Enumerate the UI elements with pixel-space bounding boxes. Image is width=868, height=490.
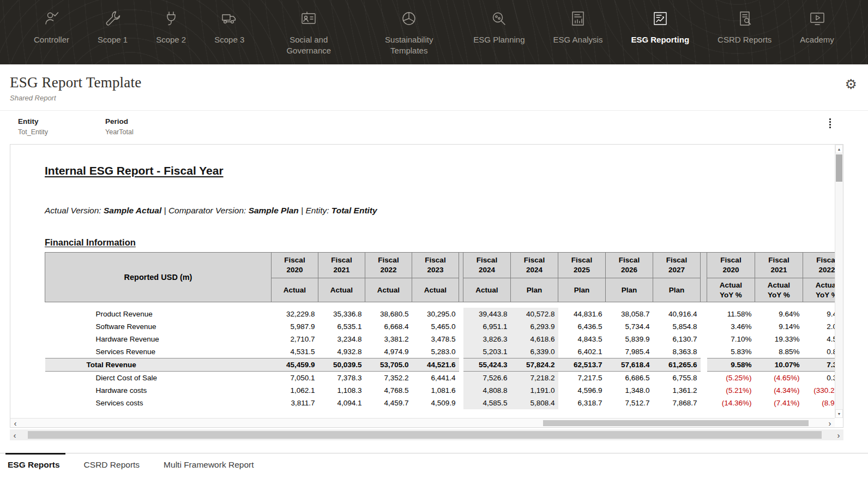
value-cell: 5,987.9 [272,320,318,333]
vertical-scroll-thumb[interactable] [836,154,842,182]
horizontal-scroll-track[interactable] [20,419,825,427]
value-cell: 1,108.3 [318,384,365,397]
report-content: Internal ESG Report - Fiscal Year Actual… [10,145,835,418]
nav-item-sustainability-templates[interactable]: Sustainability Templates [373,5,445,57]
page-header: ESG Report Template Shared Report ⚙ [0,64,868,111]
table-row: Product Revenue32,229.835,336.838,680.53… [45,308,835,320]
outer-scroll-track[interactable] [20,429,834,440]
value-cell: 2.04% [803,320,835,333]
nav-item-esg-analysis[interactable]: ESG Analysis [553,5,603,45]
nav-item-label: Scope 1 [98,34,128,45]
value-cell: 6,293.9 [511,320,558,333]
value-cell: 3.46% [707,320,755,333]
value-cell: 32,229.8 [272,308,318,320]
row-label: Software Revenue [45,320,272,333]
outer-scroll-left-arrow[interactable]: ‹ [10,429,20,440]
value-cell: 6,755.8 [653,371,701,384]
value-cell: 62,513.7 [558,358,606,371]
value-cell: 4,585.5 [463,397,511,409]
pov-member-entity[interactable]: Entity Tot_Entity [18,117,105,138]
value-cell: 7,868.7 [653,397,701,409]
nav-item-social-and-governance[interactable]: Social and Governance [273,5,345,57]
value-cell: 35,336.8 [318,308,365,320]
column-scenario-header: ActualYoY % [755,278,803,302]
scroll-up-arrow[interactable]: ▲ [835,145,843,153]
value-cell: 4,531.5 [272,345,318,358]
nav-item-scope-1[interactable]: Scope 1 [98,5,128,45]
nav-item-controller[interactable]: Controller [34,5,69,45]
scroll-right-arrow[interactable]: › [825,419,835,428]
nav-item-scope-3[interactable]: Scope 3 [214,5,244,45]
value-cell: 5,734.4 [606,320,653,333]
value-cell: 4,808.8 [463,384,511,397]
value-cell: 44,831.6 [558,308,606,320]
value-cell: 8.85% [755,345,803,358]
tab-multi-framework-report[interactable]: Multi Framework Report [164,460,254,470]
vertical-scrollbar[interactable]: ▲ ▼ [835,145,843,418]
outer-horizontal-scrollbar[interactable]: ‹ › [10,429,843,440]
magnifier-bubbles-icon [486,5,512,32]
nav-item-label: CSRD Reports [718,34,771,45]
column-scenario-header: Actual [365,278,412,302]
settings-gear-icon[interactable]: ⚙ [845,77,857,91]
column-scenario-header: Plan [653,278,701,302]
tab-esg-reports[interactable]: ESG Reports [8,460,60,470]
table-row: Total Revenue45,459.950,039.553,705.044,… [45,358,835,371]
pov-period-value: YearTotal [105,128,192,136]
report-horizontal-scrollbar[interactable]: ‹ › [10,418,835,427]
horizontal-scroll-thumb[interactable] [543,420,809,426]
pov-period-label: Period [105,117,192,126]
value-cell: 7.10% [707,333,755,345]
value-cell: 5,839.9 [606,333,653,345]
value-cell: 5,854.8 [653,320,701,333]
row-label: Product Revenue [45,308,272,320]
value-cell: 6,402.1 [558,345,606,358]
top-navigation: ControllerScope 1Scope 2Scope 3Social an… [0,0,868,64]
scroll-down-arrow[interactable]: ▼ [835,409,843,418]
value-cell: (5.25%) [707,371,755,384]
nav-item-label: Academy [800,34,834,45]
value-cell: 55,424.3 [463,358,511,371]
value-cell: 1,348.0 [606,384,653,397]
nav-item-esg-planning[interactable]: ESG Planning [473,5,525,45]
pov-member-period[interactable]: Period YearTotal [105,117,192,138]
value-cell: 5,465.0 [412,320,459,333]
nav-item-scope-2[interactable]: Scope 2 [156,5,186,45]
value-cell: 40,572.8 [511,308,558,320]
table-row: Services costs3,811.74,094.14,459.74,509… [45,397,835,409]
column-scenario-header: Plan [606,278,653,302]
page-subtitle: Shared Report [10,94,141,102]
value-cell: 57,618.4 [606,358,653,371]
value-cell: 30,295.0 [412,308,459,320]
nav-item-label: Controller [34,34,69,45]
tab-csrd-reports[interactable]: CSRD Reports [84,460,140,470]
column-scenario-header: Actual [272,278,318,302]
nav-item-csrd-reports[interactable]: CSRD Reports [718,5,771,45]
scroll-left-arrow[interactable]: ‹ [10,419,20,428]
value-cell: 1,062.1 [272,384,318,397]
row-label: Services Revenue [45,345,272,358]
value-cell: 4,509.9 [412,397,459,409]
value-cell: 3,234.8 [318,333,365,345]
value-cell: 6,318.7 [558,397,606,409]
report-viewport[interactable]: Internal ESG Report - Fiscal Year Actual… [10,144,843,428]
outer-scroll-thumb[interactable] [28,431,822,439]
nav-item-label: Scope 3 [214,34,244,45]
nav-item-esg-reporting[interactable]: ESG Reporting [631,5,689,45]
value-cell: 5,808.4 [511,397,558,409]
vertical-scroll-track[interactable] [835,153,843,409]
page-title: ESG Report Template [10,74,141,91]
value-cell: (8.93%) [803,397,835,409]
outer-scroll-right-arrow[interactable]: › [834,429,843,440]
column-year-header: Fiscal2021 [318,253,365,278]
document-search-icon [732,5,758,32]
nav-item-academy[interactable]: Academy [800,5,834,45]
value-cell: 3,811.7 [272,397,318,409]
pov-bar: Entity Tot_Entity Period YearTotal [0,111,868,144]
column-scenario-header: Plan [558,278,606,302]
value-cell: 7.33% [803,358,835,371]
value-cell: 4,094.1 [318,397,365,409]
column-scenario-header: ActualYoY % [803,278,835,302]
pov-options-icon[interactable] [828,117,832,129]
column-scenario-header: Actual [412,278,459,302]
